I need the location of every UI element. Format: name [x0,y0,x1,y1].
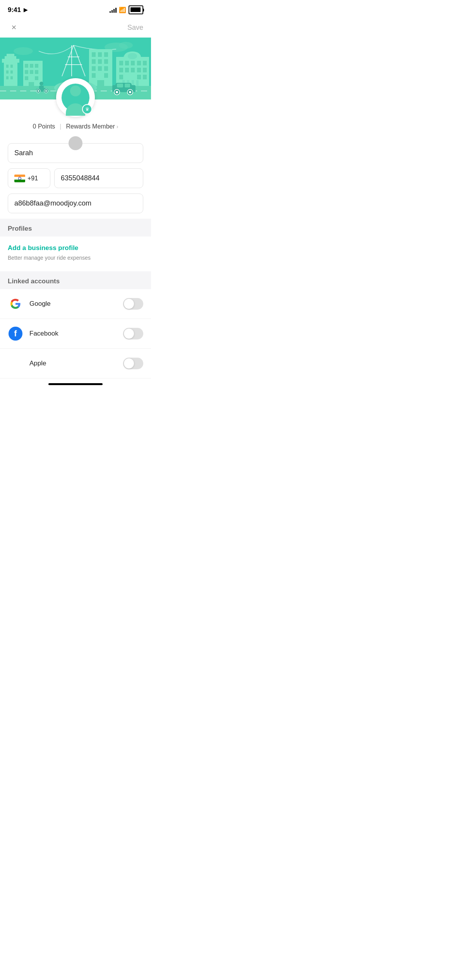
svg-rect-45 [143,68,147,72]
signal-bar-3 [113,9,115,13]
toggle-knob [124,299,134,309]
location-arrow-icon: ▶ [24,7,27,13]
facebook-linked-item: f Facebook [0,319,151,349]
svg-rect-12 [10,70,13,74]
status-icons: 📶 [110,5,143,14]
status-bar: 9:41 ▶ 📶 [0,0,151,17]
toggle-knob-2 [124,329,134,339]
svg-rect-21 [92,52,96,57]
rewards-member-label: Rewards Member [66,123,115,130]
crown-icon: ♛ [85,106,89,112]
svg-rect-58 [30,70,33,74]
svg-rect-22 [98,52,102,57]
facebook-f-icon: f [9,327,22,341]
google-label: Google [29,300,123,308]
divider-pipe: | [60,123,61,130]
google-icon [8,296,23,312]
svg-rect-10 [10,65,13,68]
india-flag-icon [14,175,25,182]
svg-rect-31 [104,73,108,78]
apple-linked-item: Apple [0,349,151,379]
phone-number-value: 6355048844 [61,174,100,182]
svg-rect-26 [104,59,108,64]
name-value: Sarah [14,149,33,157]
svg-rect-8 [7,54,14,58]
rewards-member-link[interactable]: Rewards Member › [66,123,118,130]
email-value: a86b8faa@moodjoy.com [14,199,91,207]
svg-rect-40 [143,61,147,65]
phone-row: +91 6355048844 [8,168,143,188]
close-button[interactable]: × [8,21,20,34]
svg-rect-39 [137,61,141,65]
google-toggle[interactable] [123,298,143,310]
home-indicator [0,379,151,390]
svg-rect-29 [104,66,108,71]
linked-accounts-title: Linked accounts [8,278,60,285]
phone-number-field[interactable]: 6355048844 [54,168,143,188]
svg-rect-11 [6,70,9,74]
nav-bar: × Save [0,17,151,38]
svg-rect-24 [92,59,96,64]
signal-bar-1 [110,11,111,13]
svg-rect-9 [6,65,9,68]
svg-rect-36 [119,61,123,65]
facebook-toggle[interactable] [123,328,143,339]
signal-bar-2 [112,10,113,13]
status-time: 9:41 ▶ [8,6,27,14]
svg-point-3 [14,47,33,55]
svg-point-2 [119,42,133,49]
svg-rect-41 [119,68,123,72]
linked-accounts-list: Google f Facebook Apple [0,289,151,379]
avatar-badge: ♛ [82,104,92,114]
svg-rect-44 [137,68,141,72]
google-g-icon [9,298,22,310]
country-code-label: +91 [27,175,38,182]
toggle-knob-3 [124,358,134,368]
svg-rect-43 [131,68,135,72]
signal-bar-4 [115,8,117,13]
google-linked-item: Google [0,289,151,319]
apple-toggle[interactable] [123,358,143,369]
points-row: 0 Points | Rewards Member › [0,123,151,130]
apple-icon [8,356,23,371]
drag-handle [69,136,82,150]
facebook-label: Facebook [29,330,123,338]
profiles-title: Profiles [8,225,32,232]
form-section: Sarah +91 6355048844 a86b8faa@moodjoy.co… [0,143,151,213]
email-field[interactable]: a86b8faa@moodjoy.com [8,194,143,213]
svg-rect-38 [131,61,135,65]
avatar-head [70,86,81,96]
points-text: 0 Points [33,123,55,130]
linked-accounts-header: Linked accounts [0,271,151,289]
time-label: 9:41 [8,6,21,14]
svg-rect-42 [125,68,129,72]
signal-bars [110,7,117,13]
avatar[interactable]: ♛ [56,78,95,117]
profiles-section-header: Profiles [0,219,151,236]
svg-rect-27 [92,66,96,71]
svg-rect-54 [25,64,28,68]
svg-rect-59 [35,70,38,74]
svg-rect-37 [125,61,129,65]
svg-point-35 [128,53,137,59]
svg-rect-30 [92,73,96,78]
country-code-selector[interactable]: +91 [8,168,50,188]
chevron-right-icon: › [117,123,118,130]
svg-rect-56 [35,64,38,68]
svg-rect-23 [104,52,108,57]
wifi-icon: 📶 [119,7,126,14]
battery-icon [129,5,143,14]
avatar-container[interactable]: ♛ [0,78,151,117]
add-business-button[interactable]: Add a business profile [8,244,143,252]
facebook-icon: f [8,326,23,341]
business-desc: Better manage your ride expenses [8,255,91,261]
svg-rect-55 [30,64,33,68]
svg-rect-57 [25,70,28,74]
save-button[interactable]: Save [127,24,143,32]
svg-rect-25 [98,59,102,64]
apple-label: Apple [29,360,123,367]
svg-rect-28 [98,66,102,71]
business-section: Add a business profile Better manage you… [0,236,151,267]
home-bar [48,383,103,385]
